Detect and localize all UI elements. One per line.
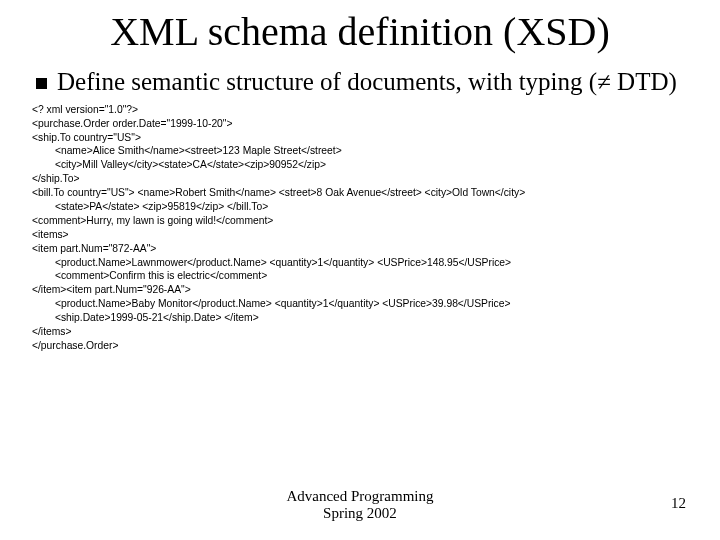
slide: XML schema definition (XSD) Define seman…: [0, 0, 720, 540]
bullet-row: Define semantic structure of documents, …: [30, 68, 690, 97]
footer-line2: Spring 2002: [0, 505, 720, 522]
slide-title: XML schema definition (XSD): [30, 10, 690, 54]
page-number: 12: [671, 495, 686, 512]
footer-line1: Advanced Programming: [286, 488, 433, 504]
bullet-text: Define semantic structure of documents, …: [57, 68, 677, 97]
square-bullet-icon: [36, 78, 47, 89]
footer-center: Advanced Programming Spring 2002: [0, 488, 720, 522]
xml-code-block: <? xml version="1.0"?> <purchase.Order o…: [32, 103, 690, 353]
